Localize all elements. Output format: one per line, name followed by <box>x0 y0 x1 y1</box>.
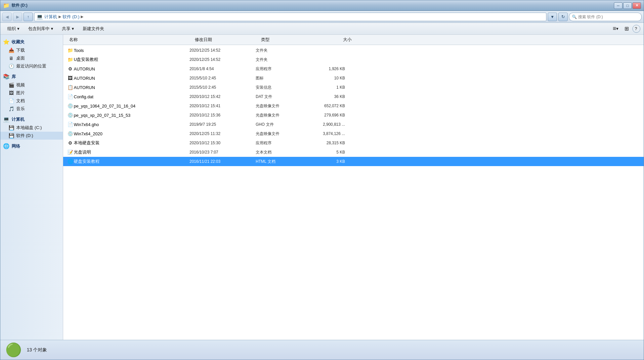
file-icon: 📝 <box>66 150 74 155</box>
file-type: 应用程序 <box>256 140 305 146</box>
refresh-button[interactable]: ↻ <box>558 13 568 21</box>
network-icon: 🌐 <box>3 143 10 149</box>
file-size: 3 KB <box>305 159 348 164</box>
file-name: AUTORUN <box>74 76 190 81</box>
share-button[interactable]: 共享 ▾ <box>58 24 78 33</box>
back-button[interactable]: ◀ <box>2 13 12 21</box>
table-row[interactable]: 📁 Tools 2020/12/25 14:52 文件夹 <box>63 46 644 55</box>
table-row[interactable]: 📋 AUTORUN 2015/5/10 2:45 安装信息 1 KB <box>63 83 644 92</box>
close-button[interactable]: ✕ <box>632 2 641 9</box>
forward-button[interactable]: ▶ <box>13 13 22 21</box>
file-icon: 🌐 <box>66 159 74 164</box>
file-type: 安装信息 <box>256 85 305 90</box>
search-input[interactable] <box>578 15 639 19</box>
music-icon: 🎵 <box>8 106 14 112</box>
new-folder-button[interactable]: 新建文件夹 <box>79 24 108 33</box>
main-content: ⭐ 收藏夹 📥 下载 🖥 桌面 🕐 最近访问的位置 <box>0 35 644 340</box>
file-type: HTML 文档 <box>256 159 305 164</box>
downloads-label: 下载 <box>16 47 25 53</box>
table-row[interactable]: 🖼 AUTORUN 2015/5/10 2:45 图标 10 KB <box>63 73 644 83</box>
table-row[interactable]: 📁 U盘安装教程 2020/12/25 14:52 文件夹 <box>63 55 644 64</box>
dropdown-button[interactable]: ▼ <box>548 13 557 21</box>
sidebar: ⭐ 收藏夹 📥 下载 🖥 桌面 🕐 最近访问的位置 <box>0 35 63 340</box>
file-name: pe_yqs_1064_20_07_31_16_04 <box>74 104 190 109</box>
file-icon: 💿 <box>66 131 74 136</box>
file-size: 10 KB <box>305 76 348 80</box>
view-dropdown-icon: ▾ <box>616 26 619 31</box>
network-label: 网络 <box>12 143 20 149</box>
sidebar-item-image[interactable]: 🖼 图片 <box>0 89 63 97</box>
file-date: 2015/5/10 2:45 <box>190 85 256 90</box>
file-name: Win7x64_2020 <box>74 131 190 136</box>
sidebar-item-docs[interactable]: 📄 文档 <box>0 97 63 105</box>
file-icon: 📁 <box>66 57 74 62</box>
sidebar-header-computer[interactable]: 💻 计算机 <box>0 115 63 124</box>
up-button[interactable]: ↑ <box>23 13 33 21</box>
layout-icon: ⊞ <box>624 25 629 32</box>
local-c-label: 本地磁盘 (C:) <box>16 125 42 131</box>
file-size: 5 KB <box>305 150 348 155</box>
table-row[interactable]: ⚙ 本地硬盘安装 2020/10/12 15:30 应用程序 28,315 KB <box>63 138 644 148</box>
window-icon: 📁 <box>3 2 10 9</box>
table-row[interactable]: 💿 pe_yqs_xp_20_07_31_15_53 2020/10/12 15… <box>63 111 644 120</box>
desktop-icon: 🖥 <box>8 56 14 61</box>
desktop-label: 桌面 <box>16 55 25 61</box>
include-library-button[interactable]: 包含到库中 ▾ <box>24 24 57 33</box>
minimize-button[interactable]: ─ <box>614 2 623 9</box>
sidebar-item-desktop[interactable]: 🖥 桌面 <box>0 54 63 62</box>
sidebar-item-recent[interactable]: 🕐 最近访问的位置 <box>0 62 63 70</box>
organize-label: 组织 <box>7 26 16 32</box>
sidebar-header-favorites[interactable]: ⭐ 收藏夹 <box>0 37 63 46</box>
table-row[interactable]: 📄 Config.dat 2020/10/12 15:42 DAT 文件 36 … <box>63 92 644 101</box>
view-icon: ≡ <box>613 25 616 32</box>
sidebar-item-downloads[interactable]: 📥 下载 <box>0 46 63 54</box>
status-count: 13 个对象 <box>27 347 47 353</box>
file-date: 2020/10/12 15:41 <box>190 104 256 108</box>
file-type: GHO 文件 <box>256 122 305 127</box>
sidebar-item-video[interactable]: 🎬 视频 <box>0 81 63 89</box>
file-size: 36 KB <box>305 94 348 99</box>
col-header-date[interactable]: 修改日期 <box>192 36 258 43</box>
breadcrumb-drive[interactable]: 软件 (D:) ▶ <box>63 14 83 20</box>
software-d-icon: 💾 <box>8 133 14 138</box>
col-header-size[interactable]: 大小 <box>308 36 354 43</box>
table-row[interactable]: 📝 光盘说明 2016/10/23 7:07 文本文档 5 KB <box>63 148 644 157</box>
file-date: 2016/10/23 7:07 <box>190 150 256 155</box>
file-name: AUTORUN <box>74 67 190 71</box>
table-row[interactable]: 📄 Win7x64.gho 2019/9/7 19:25 GHO 文件 2,90… <box>63 120 644 129</box>
organize-button[interactable]: 组织 ▾ <box>4 24 23 33</box>
file-date: 2019/9/7 19:25 <box>190 122 256 127</box>
file-name: U盘安装教程 <box>74 57 190 63</box>
file-date: 2020/10/12 15:30 <box>190 141 256 145</box>
sidebar-header-library[interactable]: 📚 库 <box>0 72 63 81</box>
include-dropdown-icon: ▾ <box>51 26 53 31</box>
window: 📁 软件 (D:) ─ □ ✕ ◀ ▶ ↑ 💻 计算机 ▶ 软件 (D:) ▶ … <box>0 0 644 360</box>
sidebar-item-local-c[interactable]: 💾 本地磁盘 (C:) <box>0 124 63 132</box>
table-row[interactable]: ⚙ AUTORUN 2016/1/8 4:54 应用程序 1,926 KB <box>63 64 644 73</box>
file-list: 📁 Tools 2020/12/25 14:52 文件夹 📁 U盘安装教程 20… <box>63 45 644 340</box>
file-icon: ⚙ <box>66 140 74 146</box>
maximize-button[interactable]: □ <box>623 2 632 9</box>
file-name: Win7x64.gho <box>74 122 190 127</box>
search-icon: 🔍 <box>572 15 577 19</box>
table-row[interactable]: 💿 pe_yqs_1064_20_07_31_16_04 2020/10/12 … <box>63 101 644 111</box>
file-size: 1,926 KB <box>305 67 348 71</box>
sidebar-item-music[interactable]: 🎵 音乐 <box>0 105 63 113</box>
layout-button[interactable]: ⊞ <box>622 24 631 33</box>
image-label: 图片 <box>16 90 25 96</box>
col-header-type[interactable]: 类型 <box>258 36 308 43</box>
sidebar-item-software-d[interactable]: 💾 软件 (D:) <box>0 132 63 140</box>
file-icon: 📄 <box>66 94 74 99</box>
sidebar-header-network[interactable]: 🌐 网络 <box>0 142 63 151</box>
col-header-name[interactable]: 名称 <box>66 36 192 43</box>
sidebar-section-library: 📚 库 🎬 视频 🖼 图片 📄 文档 🎵 音乐 <box>0 72 63 113</box>
breadcrumb-computer[interactable]: 计算机 ▶ <box>44 14 61 20</box>
view-button[interactable]: ≡ ▾ <box>610 24 621 33</box>
file-type: 应用程序 <box>256 66 305 72</box>
table-row[interactable]: 💿 Win7x64_2020 2020/12/25 11:32 光盘映像文件 3… <box>63 129 644 138</box>
table-row[interactable]: 🌐 硬盘安装教程 2016/11/21 22:03 HTML 文档 3 KB <box>63 157 644 166</box>
file-size: 652,072 KB <box>305 104 348 108</box>
column-headers: 名称 修改日期 类型 大小 <box>63 35 644 45</box>
breadcrumb-computer-label: 计算机 <box>44 14 57 20</box>
help-button[interactable]: ? <box>632 25 640 33</box>
